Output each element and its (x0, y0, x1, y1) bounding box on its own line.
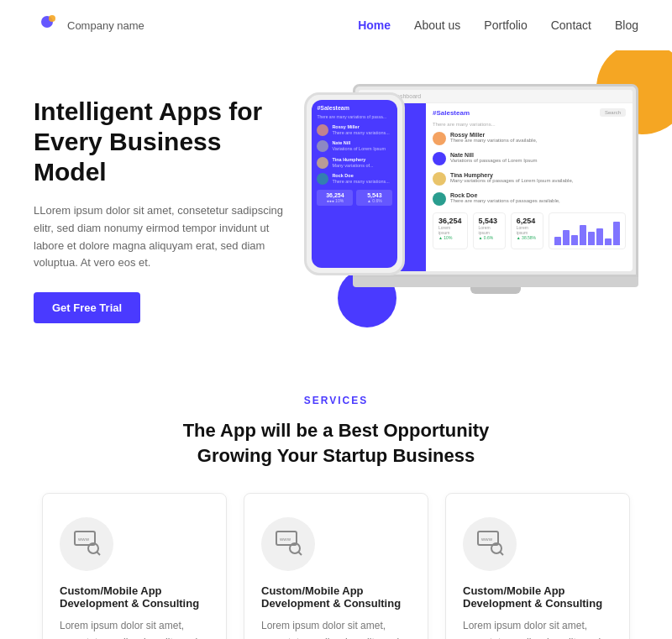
web-search-icon-2: www (273, 526, 303, 562)
bar-8 (613, 222, 620, 245)
hero-title: Intelligent Apps for Every Business Mode… (34, 97, 287, 187)
svg-point-1 (49, 15, 55, 22)
service-desc-1: Lorem ipsum dolor sit amet, consetetur s… (60, 618, 209, 639)
web-search-icon-1: www (71, 526, 102, 562)
service-card-1: www Custom/Mobile App Development & Cons… (42, 493, 227, 639)
phone-avatar-4 (317, 173, 328, 185)
phone-contact-4: Rock DoeThere are many variations... (317, 173, 392, 185)
phone-stat-2: 5,543▲ 0.6% (356, 190, 392, 206)
service-icon-wrap-2: www (261, 517, 315, 571)
service-title-2: Custom/Mobile App Development & Consulti… (261, 584, 411, 610)
laptop-barchart (549, 212, 626, 249)
laptop-stats-row: 36,254 Lorem ipsum ▲ 10% 5,543 Lorem ips… (433, 212, 626, 249)
web-search-icon-3: www (475, 526, 505, 562)
phone-screen-subtitle: There are many variations of passa... (317, 114, 392, 119)
laptop-contact-2-info: Nate Nill Variations of passages of Lore… (450, 152, 538, 165)
services-section: SERVICES The App will be a Best Opportun… (0, 361, 672, 639)
phone-contact-2: Nate NillVariations of Lorem Ipsum (317, 140, 392, 152)
laptop-avatar-3 (433, 172, 446, 186)
service-title-1: Custom/Mobile App Development & Consulti… (60, 584, 209, 610)
services-title-line1: The App will be a Best Opportunity (183, 420, 490, 441)
service-desc-3: Lorem ipsum dolor sit amet, consetetur s… (463, 618, 612, 639)
hero-visual: #Salesteam There are many variations of … (287, 76, 638, 344)
laptop-stat-2: 5,543 Lorem ipsum ▲ 0.6% (473, 212, 506, 249)
services-title-line2: Growing Your Startup Business (197, 445, 475, 466)
bar-1 (554, 237, 561, 245)
phone-avatar-1 (317, 124, 328, 136)
laptop-avatar-1 (433, 132, 446, 145)
logo-icon (34, 12, 60, 39)
laptop-stand (470, 287, 521, 294)
laptop-stat-1: 36,254 Lorem ipsum ▲ 10% (433, 212, 468, 249)
navbar: Company name Home About us Portfolio Con… (0, 0, 672, 50)
nav-item-blog[interactable]: Blog (615, 18, 638, 33)
nav-links: Home About us Portfolio Contact Blog (358, 18, 638, 33)
laptop-contact-1-info: Rossy Miller There are many variations o… (450, 132, 537, 144)
bar-2 (563, 230, 570, 245)
laptop-subtitle: There are many variations... (433, 122, 626, 127)
hero-description: LLorem ipsum dolor sit amet, consetetur … (34, 202, 287, 272)
nav-item-portfolio[interactable]: Portfolio (484, 18, 527, 33)
laptop-stat-3: 6,254 Lorem ipsum ▲ 38.58% (511, 212, 543, 249)
laptop-avatar-2 (433, 152, 446, 165)
nav-item-about[interactable]: About us (414, 18, 460, 33)
logo-text: Company name (67, 19, 144, 32)
laptop-avatar-4 (433, 192, 446, 206)
nav-link-portfolio[interactable]: Portfolio (484, 18, 527, 32)
bar-5 (588, 232, 595, 245)
services-label: SERVICES (34, 395, 638, 406)
services-cards: www Custom/Mobile App Development & Cons… (34, 493, 638, 639)
bar-4 (580, 225, 586, 245)
logo[interactable]: Company name (34, 12, 144, 39)
laptop-main-header: #Salesteam Search (433, 108, 626, 117)
svg-line-13 (500, 552, 503, 555)
phone-contact-3: Tina HumpheryMany variations of... (317, 157, 392, 169)
bar-3 (571, 235, 578, 245)
svg-text:www: www (279, 537, 291, 542)
hero-section: Intelligent Apps for Every Business Mode… (0, 50, 672, 361)
nav-item-contact[interactable]: Contact (551, 18, 591, 33)
phone-screen-header: #Salesteam (317, 105, 392, 111)
laptop-contact-4-info: Rock Doe There are many variations of pa… (450, 192, 560, 205)
bar-6 (596, 228, 603, 245)
laptop-main-title: #Salesteam (433, 109, 470, 117)
service-card-3: www Custom/Mobile App Development & Cons… (445, 493, 630, 639)
service-title-3: Custom/Mobile App Development & Consulti… (463, 584, 612, 610)
laptop-contact-1: Rossy Miller There are many variations o… (433, 132, 626, 145)
laptop-base (353, 277, 638, 287)
phone-mockup: #Salesteam There are many variations of … (304, 92, 422, 275)
laptop-main: #Salesteam Search There are many variati… (426, 103, 633, 271)
hero-text: Intelligent Apps for Every Business Mode… (34, 97, 287, 323)
bar-chart (554, 220, 620, 245)
service-icon-wrap-1: www (60, 517, 113, 571)
nav-link-blog[interactable]: Blog (615, 18, 638, 32)
phone-avatar-2 (317, 140, 328, 152)
phone-contact-1: Rossy MillerThere are many variations... (317, 124, 392, 136)
nav-link-contact[interactable]: Contact (551, 18, 591, 32)
phone-avatar-3 (317, 157, 328, 169)
svg-line-5 (97, 552, 100, 555)
nav-link-about[interactable]: About us (414, 18, 460, 32)
svg-line-9 (298, 552, 302, 555)
laptop-contact-3-info: Tina Humphery Many variations of passage… (450, 172, 573, 185)
services-title: The App will be a Best Opportunity Growi… (34, 418, 638, 468)
laptop-contact-2: Nate Nill Variations of passages of Lore… (433, 152, 626, 165)
laptop-contact-4: Rock Doe There are many variations of pa… (433, 192, 626, 206)
svg-text:www: www (480, 537, 493, 542)
cta-button[interactable]: Get Free Trial (34, 292, 140, 323)
service-icon-wrap-3: www (463, 517, 517, 571)
phone-stat-1: 36,254●●● 10% (317, 190, 353, 206)
nav-item-home[interactable]: Home (358, 18, 391, 33)
service-desc-2: Lorem ipsum dolor sit amet, consetetur s… (261, 618, 411, 639)
svg-text:www: www (77, 537, 90, 542)
laptop-search: Search (600, 108, 626, 117)
laptop-contact-3: Tina Humphery Many variations of passage… (433, 172, 626, 186)
service-card-2: www Custom/Mobile App Development & Cons… (244, 493, 428, 639)
nav-link-home[interactable]: Home (358, 18, 391, 32)
bar-7 (605, 238, 612, 245)
